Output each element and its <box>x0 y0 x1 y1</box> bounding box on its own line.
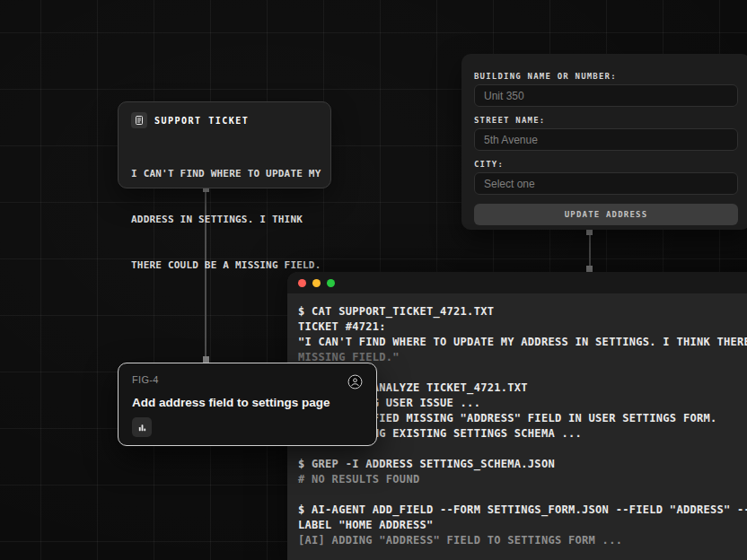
terminal-line: TICKET #4721: <box>298 319 747 335</box>
fig-title: Add address field to settings page <box>132 396 363 409</box>
support-ticket-body-line: THERE COULD BE A MISSING FIELD. <box>131 258 318 273</box>
street-label: STREET NAME: <box>474 116 738 125</box>
building-label: BUILDING NAME OR NUMBER: <box>474 72 738 81</box>
connector-handle[interactable] <box>203 356 209 363</box>
fig-card[interactable]: FIG-4 Add address field to settings page <box>118 363 377 446</box>
update-address-button[interactable]: UPDATE ADDRESS <box>474 204 738 225</box>
minimize-button[interactable] <box>312 279 321 287</box>
person-icon <box>347 374 363 393</box>
support-ticket-body-line: I CAN'T FIND WHERE TO UPDATE MY <box>131 166 318 181</box>
close-button[interactable] <box>298 279 306 287</box>
street-input[interactable] <box>474 128 738 151</box>
terminal-line <box>298 487 747 503</box>
fig-label: FIG-4 <box>132 374 159 385</box>
connector-handle[interactable] <box>586 266 593 272</box>
terminal-line: $ CAT SUPPORT_TICKET_4721.TXT <box>298 304 747 319</box>
support-ticket-title: SUPPORT TICKET <box>154 116 249 126</box>
connector-handle[interactable] <box>586 229 593 235</box>
support-ticket-card[interactable]: SUPPORT TICKET I CAN'T FIND WHERE TO UPD… <box>118 101 331 188</box>
node-canvas[interactable]: SUPPORT TICKET I CAN'T FIND WHERE TO UPD… <box>0 0 747 560</box>
terminal-line: $ AI-AGENT ADD_FIELD --FORM SETTINGS_FOR… <box>298 503 747 518</box>
support-ticket-header: SUPPORT TICKET <box>131 112 318 128</box>
terminal-line: # NO RESULTS FOUND <box>298 472 747 487</box>
zoom-button[interactable] <box>327 279 335 287</box>
terminal-line: "I CAN'T FIND WHERE TO UPDATE MY ADDRESS… <box>298 335 747 350</box>
building-input[interactable] <box>474 84 738 107</box>
terminal-line: [AI] ADDING "ADDRESS" FIELD TO SETTINGS … <box>298 533 747 548</box>
bar-chart-icon <box>132 417 152 437</box>
ticket-icon <box>131 112 147 128</box>
city-label: CITY: <box>474 160 738 169</box>
city-select[interactable] <box>474 172 738 195</box>
address-form-panel: BUILDING NAME OR NUMBER: STREET NAME: CI… <box>461 54 747 230</box>
terminal-titlebar[interactable] <box>287 272 747 293</box>
support-ticket-body-line: ADDRESS IN SETTINGS. I THINK <box>131 212 318 227</box>
terminal-line: LABEL "HOME ADDRESS" <box>298 518 747 533</box>
terminal-line: $ GREP -I ADDRESS SETTINGS_SCHEMA.JSON <box>298 457 747 472</box>
